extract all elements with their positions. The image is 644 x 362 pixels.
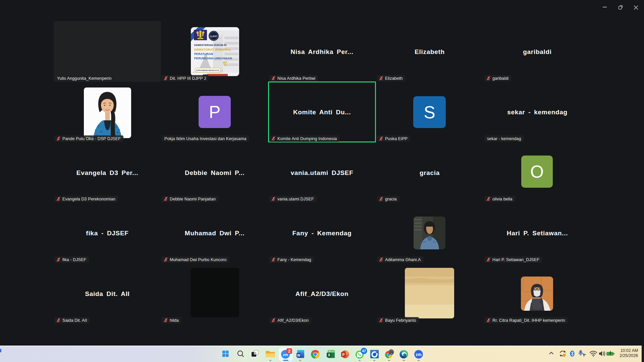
svg-text:KEMENTERIAN HUKUM RI: KEMENTERIAN HUKUM RI: [194, 44, 227, 47]
svg-text:PERATURAN: PERATURAN: [194, 52, 213, 56]
svg-text:zm: zm: [416, 352, 421, 357]
svg-text:PERUNDANG-UNDANGAN: PERUNDANG-UNDANGAN: [194, 57, 232, 60]
svg-text:W: W: [297, 354, 301, 357]
svg-text:P: P: [342, 353, 344, 357]
svg-text:DJPP.KEMENKUMHAM.GO.ID: DJPP.KEMENKUMHAM.GO.ID: [196, 70, 219, 71]
svg-text:2: 2: [288, 349, 290, 354]
svg-text:X: X: [328, 353, 330, 357]
svg-text:DJPP: DJPP: [210, 35, 218, 38]
svg-text:47: 47: [362, 349, 366, 353]
svg-text:DIREKTORAT JENDERAL: DIREKTORAT JENDERAL: [194, 48, 231, 51]
